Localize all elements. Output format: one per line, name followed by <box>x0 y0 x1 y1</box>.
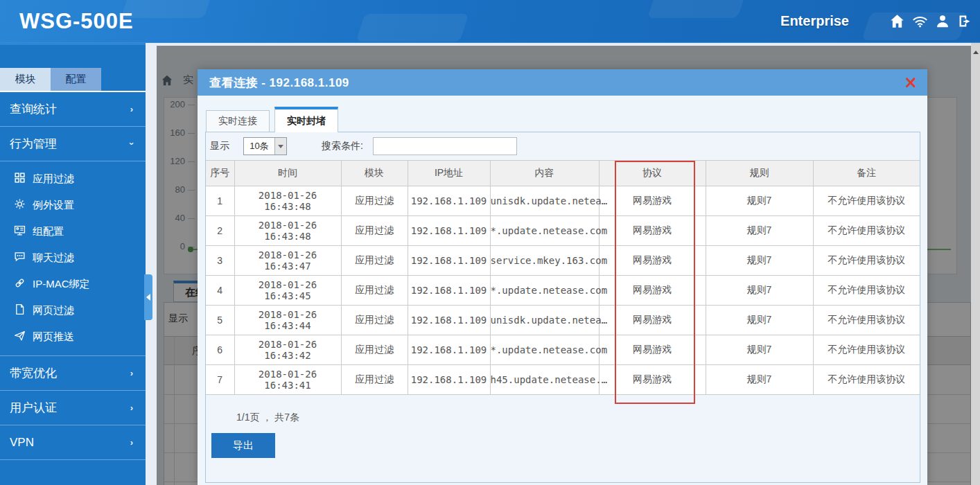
table-cell: *.update.netease.com <box>490 216 599 246</box>
sidebar-item-0[interactable]: 查询统计› <box>0 92 146 127</box>
sidebar-collapse-handle[interactable] <box>144 274 152 320</box>
scrollbar-up-arrow[interactable] <box>971 47 980 57</box>
chevron-down-icon <box>274 138 286 155</box>
column-header: 序号 <box>206 161 234 186</box>
chevron-right-icon: › <box>130 403 133 413</box>
column-header: 协议 <box>599 161 706 186</box>
idcard-icon <box>14 224 26 238</box>
user-icon[interactable] <box>935 13 950 29</box>
view-connections-modal: 查看连接 - 192.168.1.109 × 实时连接 实时封堵 显示 10条 … <box>198 69 927 485</box>
sidebar-subitem-label: IP-MAC绑定 <box>33 278 90 291</box>
chevron-left-icon <box>146 294 150 301</box>
table-cell: 2018-01-26 16:43:41 <box>234 365 341 395</box>
tab-realtime-blocking[interactable]: 实时封堵 <box>274 107 338 132</box>
table-cell: 192.168.1.109 <box>408 365 490 395</box>
chat-icon <box>14 251 26 265</box>
close-icon[interactable]: × <box>904 76 918 89</box>
chevron-right-icon: › <box>130 437 133 448</box>
sidebar-item-4[interactable]: VPN› <box>0 425 146 460</box>
sidebar: 模块 配置 查询统计›行为管理›应用过滤例外设置组配置聊天过滤IP-MAC绑定网… <box>0 43 146 485</box>
sidebar-subitem[interactable]: 聊天过滤 <box>0 245 146 271</box>
table-cell: 应用过滤 <box>341 365 408 395</box>
table-cell: 规则7 <box>706 186 813 216</box>
sidebar-subitem[interactable]: 组配置 <box>0 218 146 245</box>
sidebar-item-label: VPN <box>10 436 34 450</box>
sidebar-subitem[interactable]: 网页过滤 <box>0 297 146 324</box>
column-header: 模块 <box>341 161 408 186</box>
table-cell: unisdk.update.netea… <box>490 306 599 335</box>
table-cell: 应用过滤 <box>341 246 408 276</box>
sidebar-tab-module[interactable]: 模块 <box>0 68 51 91</box>
table-row: 62018-01-26 16:43:42应用过滤192.168.1.109*.u… <box>206 335 920 365</box>
edition-label: Enterprise <box>780 13 849 29</box>
table-cell: 应用过滤 <box>341 216 408 246</box>
export-button[interactable]: 导出 <box>211 433 275 458</box>
table-cell: 2018-01-26 16:43:45 <box>234 276 341 306</box>
sidebar-subitem-label: 网页推送 <box>33 330 74 344</box>
table-cell: 不允许使用该协议 <box>813 246 920 276</box>
sidebar-subitem-label: 网页过滤 <box>33 304 74 317</box>
table-row: 42018-01-26 16:43:45应用过滤192.168.1.109*.u… <box>206 276 920 306</box>
table-cell: service.mkey.163.com <box>490 246 599 276</box>
chevron-down-icon: › <box>126 142 137 145</box>
sidebar-item-3[interactable]: 用户认证› <box>0 391 146 425</box>
column-header: 规则 <box>706 161 813 186</box>
table-cell: 192.168.1.109 <box>408 216 490 246</box>
search-input[interactable] <box>373 137 517 155</box>
page-scrollbar[interactable] <box>971 43 980 485</box>
table-cell: 2018-01-26 16:43:48 <box>234 186 341 216</box>
sidebar-item-2[interactable]: 带宽优化› <box>0 356 146 391</box>
column-header: 时间 <box>234 161 341 186</box>
table-cell: 2018-01-26 16:43:42 <box>234 335 341 365</box>
topbar: WSG-500E Enterprise <box>0 0 980 43</box>
table-row: 52018-01-26 16:43:44应用过滤192.168.1.109uni… <box>206 306 920 335</box>
table-cell: 不允许使用该协议 <box>813 276 920 306</box>
table-header-row: 序号时间模块IP地址内容协议规则备注 <box>206 161 920 186</box>
logout-icon[interactable] <box>956 13 973 29</box>
chevron-right-icon: › <box>130 104 133 114</box>
table-cell: 网易游戏 <box>599 276 706 306</box>
sidebar-subitem[interactable]: IP-MAC绑定 <box>0 271 146 297</box>
table-cell: h45.update.netease.… <box>490 365 599 395</box>
sidebar-subitem[interactable]: 网页推送 <box>0 324 146 350</box>
wifi-icon[interactable] <box>911 13 929 29</box>
table-cell: unisdk.update.netea… <box>490 186 599 216</box>
table-cell: 6 <box>206 335 234 365</box>
modal-title: 查看连接 - 192.168.1.109 <box>209 75 349 91</box>
table-cell: *.update.netease.com <box>490 276 599 306</box>
sidebar-subitem-label: 组配置 <box>33 225 64 238</box>
sidebar-submenu: 应用过滤例外设置组配置聊天过滤IP-MAC绑定网页过滤网页推送 <box>0 161 146 356</box>
page-size-select[interactable]: 10条 <box>243 137 287 155</box>
table-cell: 网易游戏 <box>599 216 706 246</box>
column-header: 内容 <box>490 161 599 186</box>
table-cell: 规则7 <box>706 246 813 276</box>
table-cell: 2 <box>206 216 234 246</box>
modal-header: 查看连接 - 192.168.1.109 × <box>198 69 927 96</box>
pagination-info: 1/1页 ， 共7条 <box>236 412 920 424</box>
app-root: 实 20016012080400 在线 显示 序 <box>0 0 980 485</box>
table-cell: 规则7 <box>706 365 813 395</box>
table-row: 22018-01-26 16:43:48应用过滤192.168.1.109*.u… <box>206 216 920 246</box>
show-label: 显示 <box>210 140 229 152</box>
table-cell: 网易游戏 <box>599 306 706 335</box>
table-cell: 网易游戏 <box>599 246 706 276</box>
table-cell: 5 <box>206 306 234 335</box>
sidebar-subitem[interactable]: 应用过滤 <box>0 166 146 192</box>
sidebar-item-label: 查询统计 <box>10 101 57 117</box>
tab-realtime-connections[interactable]: 实时连接 <box>206 110 270 132</box>
table-row: 32018-01-26 16:43:47应用过滤192.168.1.109ser… <box>206 246 920 276</box>
sidebar-subitem-label: 例外设置 <box>33 199 74 212</box>
table-cell: 网易游戏 <box>599 186 706 216</box>
search-label: 搜索条件: <box>322 140 363 152</box>
sidebar-subitem[interactable]: 例外设置 <box>0 192 146 218</box>
sidebar-subitem-label: 应用过滤 <box>33 173 74 186</box>
table-controls: 显示 10条 搜索条件: <box>206 132 920 160</box>
chevron-right-icon: › <box>130 368 133 378</box>
home-icon[interactable] <box>889 13 905 29</box>
sidebar-tab-config[interactable]: 配置 <box>51 68 101 91</box>
table-cell: 应用过滤 <box>341 306 408 335</box>
send-icon <box>14 330 26 344</box>
table-cell: 规则7 <box>706 306 813 335</box>
table-cell: 2018-01-26 16:43:48 <box>234 216 341 246</box>
sidebar-item-1[interactable]: 行为管理› <box>0 127 146 161</box>
